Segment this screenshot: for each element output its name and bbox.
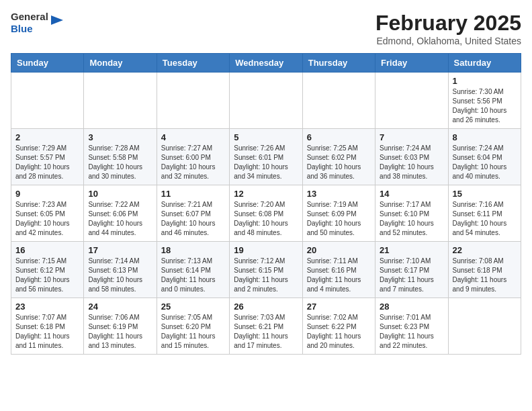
day-number: 22 — [453, 245, 517, 255]
calendar-cell: 21Sunrise: 7:10 AM Sunset: 6:17 PM Dayli… — [375, 242, 448, 298]
calendar-cell — [302, 73, 375, 129]
calendar-cell: 12Sunrise: 7:20 AM Sunset: 6:08 PM Dayli… — [230, 185, 302, 242]
day-number: 9 — [15, 189, 79, 199]
day-number: 24 — [88, 302, 152, 312]
day-number: 20 — [307, 245, 371, 255]
day-info: Sunrise: 7:12 AM Sunset: 6:15 PM Dayligh… — [234, 257, 298, 294]
title-block: February 2025 Edmond, Oklahoma, United S… — [375, 11, 521, 46]
month-title: February 2025 — [375, 11, 521, 36]
calendar-cell: 23Sunrise: 7:07 AM Sunset: 6:18 PM Dayli… — [11, 298, 84, 355]
day-number: 21 — [380, 245, 443, 255]
day-number: 14 — [380, 189, 443, 199]
calendar-cell — [157, 73, 229, 129]
weekday-header-saturday: Saturday — [448, 54, 521, 73]
day-number: 11 — [161, 189, 225, 199]
calendar-cell: 5Sunrise: 7:26 AM Sunset: 6:01 PM Daylig… — [230, 129, 302, 185]
day-info: Sunrise: 7:28 AM Sunset: 5:58 PM Dayligh… — [88, 144, 152, 181]
weekday-header-tuesday: Tuesday — [157, 54, 229, 73]
day-info: Sunrise: 7:24 AM Sunset: 6:03 PM Dayligh… — [380, 144, 443, 181]
calendar-cell: 28Sunrise: 7:01 AM Sunset: 6:23 PM Dayli… — [375, 298, 448, 355]
day-number: 8 — [453, 132, 517, 142]
calendar-cell: 6Sunrise: 7:25 AM Sunset: 6:02 PM Daylig… — [302, 129, 375, 185]
day-number: 15 — [453, 189, 517, 199]
day-info: Sunrise: 7:20 AM Sunset: 6:08 PM Dayligh… — [234, 200, 298, 238]
day-number: 13 — [307, 189, 371, 199]
calendar-cell: 4Sunrise: 7:27 AM Sunset: 6:00 PM Daylig… — [157, 129, 229, 185]
calendar-cell: 11Sunrise: 7:21 AM Sunset: 6:07 PM Dayli… — [157, 185, 229, 242]
calendar-cell: 15Sunrise: 7:16 AM Sunset: 6:11 PM Dayli… — [448, 185, 521, 242]
day-number: 18 — [161, 245, 225, 255]
day-info: Sunrise: 7:10 AM Sunset: 6:17 PM Dayligh… — [380, 257, 443, 294]
day-info: Sunrise: 7:14 AM Sunset: 6:13 PM Dayligh… — [88, 257, 152, 294]
day-number: 6 — [307, 132, 371, 142]
day-info: Sunrise: 7:30 AM Sunset: 5:56 PM Dayligh… — [453, 87, 517, 125]
weekday-header-sunday: Sunday — [11, 54, 84, 73]
calendar-cell — [11, 73, 84, 129]
day-info: Sunrise: 7:06 AM Sunset: 6:19 PM Dayligh… — [88, 313, 152, 351]
weekday-header-wednesday: Wednesday — [230, 54, 302, 73]
calendar-cell — [448, 298, 521, 355]
day-info: Sunrise: 7:26 AM Sunset: 6:01 PM Dayligh… — [234, 144, 298, 181]
calendar-cell: 7Sunrise: 7:24 AM Sunset: 6:03 PM Daylig… — [375, 129, 448, 185]
weekday-header-monday: Monday — [84, 54, 157, 73]
day-info: Sunrise: 7:01 AM Sunset: 6:23 PM Dayligh… — [380, 313, 443, 351]
day-number: 7 — [380, 132, 443, 142]
day-number: 27 — [307, 302, 371, 312]
day-info: Sunrise: 7:07 AM Sunset: 6:18 PM Dayligh… — [15, 313, 79, 351]
day-info: Sunrise: 7:21 AM Sunset: 6:07 PM Dayligh… — [161, 200, 225, 238]
day-info: Sunrise: 7:05 AM Sunset: 6:20 PM Dayligh… — [161, 313, 225, 351]
day-info: Sunrise: 7:24 AM Sunset: 6:04 PM Dayligh… — [453, 144, 517, 181]
calendar-cell: 27Sunrise: 7:02 AM Sunset: 6:22 PM Dayli… — [302, 298, 375, 355]
calendar-cell: 20Sunrise: 7:11 AM Sunset: 6:16 PM Dayli… — [302, 242, 375, 298]
logo-triangle-icon — [51, 13, 63, 28]
logo-general: General — [11, 11, 48, 23]
calendar-cell: 22Sunrise: 7:08 AM Sunset: 6:18 PM Dayli… — [448, 242, 521, 298]
calendar-cell — [230, 73, 302, 129]
calendar-header-row: SundayMondayTuesdayWednesdayThursdayFrid… — [11, 54, 521, 73]
day-number: 1 — [453, 76, 517, 86]
day-number: 3 — [88, 132, 152, 142]
weekday-header-friday: Friday — [375, 54, 448, 73]
calendar-cell: 16Sunrise: 7:15 AM Sunset: 6:12 PM Dayli… — [11, 242, 84, 298]
day-info: Sunrise: 7:19 AM Sunset: 6:09 PM Dayligh… — [307, 200, 371, 238]
day-info: Sunrise: 7:15 AM Sunset: 6:12 PM Dayligh… — [15, 257, 79, 294]
day-number: 10 — [88, 189, 152, 199]
calendar-cell: 10Sunrise: 7:22 AM Sunset: 6:06 PM Dayli… — [84, 185, 157, 242]
day-number: 28 — [380, 302, 443, 312]
day-number: 25 — [161, 302, 225, 312]
day-number: 12 — [234, 189, 298, 199]
day-info: Sunrise: 7:08 AM Sunset: 6:18 PM Dayligh… — [453, 257, 517, 294]
day-info: Sunrise: 7:16 AM Sunset: 6:11 PM Dayligh… — [453, 200, 517, 238]
calendar-cell — [84, 73, 157, 129]
calendar-cell: 13Sunrise: 7:19 AM Sunset: 6:09 PM Dayli… — [302, 185, 375, 242]
calendar-cell: 18Sunrise: 7:13 AM Sunset: 6:14 PM Dayli… — [157, 242, 229, 298]
calendar-cell: 25Sunrise: 7:05 AM Sunset: 6:20 PM Dayli… — [157, 298, 229, 355]
calendar-week-row: 1Sunrise: 7:30 AM Sunset: 5:56 PM Daylig… — [11, 73, 521, 129]
calendar-cell: 19Sunrise: 7:12 AM Sunset: 6:15 PM Dayli… — [230, 242, 302, 298]
day-number: 5 — [234, 132, 298, 142]
logo-blue: Blue — [11, 23, 48, 35]
day-info: Sunrise: 7:29 AM Sunset: 5:57 PM Dayligh… — [15, 144, 79, 181]
day-number: 19 — [234, 245, 298, 255]
calendar-cell: 26Sunrise: 7:03 AM Sunset: 6:21 PM Dayli… — [230, 298, 302, 355]
day-info: Sunrise: 7:23 AM Sunset: 6:05 PM Dayligh… — [15, 200, 79, 238]
logo: General Blue — [11, 11, 63, 35]
calendar-cell: 17Sunrise: 7:14 AM Sunset: 6:13 PM Dayli… — [84, 242, 157, 298]
calendar-cell: 1Sunrise: 7:30 AM Sunset: 5:56 PM Daylig… — [448, 73, 521, 129]
weekday-header-thursday: Thursday — [302, 54, 375, 73]
day-number: 2 — [15, 132, 79, 142]
calendar-cell: 9Sunrise: 7:23 AM Sunset: 6:05 PM Daylig… — [11, 185, 84, 242]
calendar-cell: 24Sunrise: 7:06 AM Sunset: 6:19 PM Dayli… — [84, 298, 157, 355]
calendar-week-row: 23Sunrise: 7:07 AM Sunset: 6:18 PM Dayli… — [11, 298, 521, 355]
calendar-week-row: 2Sunrise: 7:29 AM Sunset: 5:57 PM Daylig… — [11, 129, 521, 185]
day-info: Sunrise: 7:03 AM Sunset: 6:21 PM Dayligh… — [234, 313, 298, 351]
page-header: General Blue February 2025 Edmond, Oklah… — [11, 11, 521, 46]
location-text: Edmond, Oklahoma, United States — [375, 36, 521, 46]
calendar-cell: 3Sunrise: 7:28 AM Sunset: 5:58 PM Daylig… — [84, 129, 157, 185]
day-number: 4 — [161, 132, 225, 142]
day-info: Sunrise: 7:22 AM Sunset: 6:06 PM Dayligh… — [88, 200, 152, 238]
day-number: 26 — [234, 302, 298, 312]
calendar-week-row: 16Sunrise: 7:15 AM Sunset: 6:12 PM Dayli… — [11, 242, 521, 298]
calendar-cell — [375, 73, 448, 129]
calendar-cell: 8Sunrise: 7:24 AM Sunset: 6:04 PM Daylig… — [448, 129, 521, 185]
